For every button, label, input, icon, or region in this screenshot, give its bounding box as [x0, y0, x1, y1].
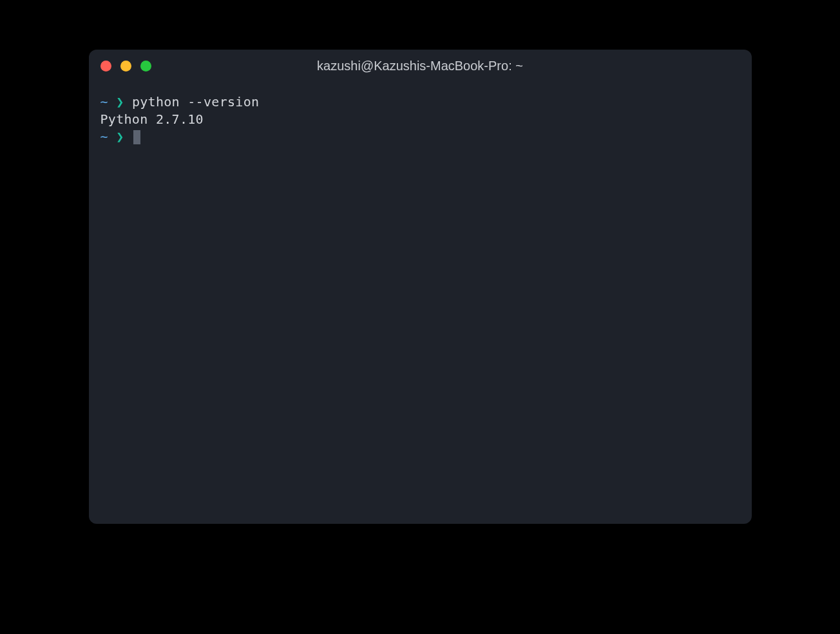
output-line: Python 2.7.10 [100, 111, 740, 128]
prompt-path: ~ [100, 94, 108, 110]
prompt-line: ~ ❯ [100, 128, 740, 146]
terminal-window: kazushi@Kazushis-MacBook-Pro: ~ ~ ❯ pyth… [89, 50, 752, 524]
traffic-lights [100, 61, 151, 72]
output-text: Python 2.7.10 [100, 111, 204, 127]
terminal-body[interactable]: ~ ❯ python --version Python 2.7.10 ~ ❯ [89, 82, 752, 524]
minimize-button[interactable] [120, 61, 131, 72]
close-button[interactable] [100, 61, 111, 72]
zoom-button[interactable] [140, 61, 151, 72]
cursor-icon [133, 130, 140, 144]
prompt-arrow-icon: ❯ [116, 94, 124, 110]
prompt-arrow-icon: ❯ [116, 129, 124, 144]
title-bar: kazushi@Kazushis-MacBook-Pro: ~ [89, 50, 752, 82]
command-text: python --version [132, 94, 259, 110]
window-title: kazushi@Kazushis-MacBook-Pro: ~ [317, 59, 523, 73]
prompt-path: ~ [100, 129, 108, 144]
command-line: ~ ❯ python --version [100, 93, 740, 111]
